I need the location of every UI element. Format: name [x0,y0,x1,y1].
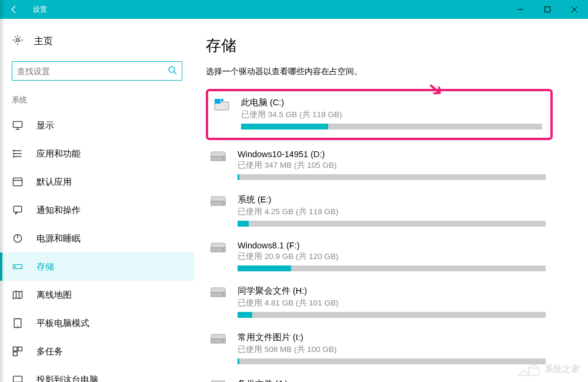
svg-line-6 [174,72,176,74]
drive-item[interactable]: Windows10-14951 (D:)已使用 347 MB (共 105 GB… [206,145,553,187]
drive-usage: 已使用 347 MB (共 105 GB) [238,160,546,171]
sidebar-item-apps[interactable]: 应用和功能 [0,139,194,168]
drive-name: 备份文件 (J:) [238,378,546,382]
multitask-icon [12,346,24,357]
sidebar-item-default-apps[interactable]: 默认应用 [0,168,194,196]
page-subtitle: 选择一个驱动器以查看哪些内容在占空间。 [206,67,553,77]
sidebar-item-notifications[interactable]: 通知和操作 [0,196,194,224]
sidebar-item-display[interactable]: 显示 [0,111,194,139]
apps-icon [12,148,24,160]
display-icon [12,119,24,131]
drive-name: 同学聚会文件 (H:) [238,285,546,297]
page-title: 存储 [206,35,553,56]
svg-rect-29 [14,352,18,356]
sidebar-item-label: 离线地图 [36,290,72,301]
svg-point-37 [223,202,224,204]
notifications-icon [12,204,24,216]
sidebar-item-label: 电源和睡眠 [36,233,81,244]
drive-info: Windows8.1 (F:)已使用 20.9 GB (共 120 GB) [238,241,546,271]
svg-point-13 [14,150,15,151]
hard-drive-icon [211,332,227,364]
drive-info: 备份文件 (J:)已使用 55.5 GB (共 99.9 GB) [238,378,546,382]
drive-item[interactable]: Windows8.1 (F:)已使用 20.9 GB (共 120 GB) [206,236,553,278]
default-apps-icon [12,176,24,188]
drive-usage-bar [238,265,546,271]
drive-name: 常用文件图片 (I:) [238,332,546,343]
hard-drive-icon [211,150,227,180]
drive-usage-bar [238,221,546,227]
drive-name: 系统 (E:) [238,194,546,205]
sidebar-item-maps[interactable]: 离线地图 [0,281,194,309]
sidebar: 主页 系统 显示应用和功能默认应用通知和操作电源和睡眠存储离线地图平板电脑模式多… [0,19,194,382]
hard-drive-icon [211,241,227,271]
sidebar-item-label: 默认应用 [36,177,72,188]
search-input[interactable] [17,67,163,76]
highlight-annotation: 此电脑 (C:)已使用 34.5 GB (共 119 GB) [206,89,553,140]
tablet-icon [12,317,24,329]
svg-rect-16 [14,178,22,185]
svg-point-43 [223,340,224,341]
sidebar-item-label: 存储 [36,261,54,273]
drive-item[interactable]: 此电脑 (C:)已使用 34.5 GB (共 119 GB) [209,92,549,137]
svg-rect-1 [545,7,550,12]
close-button[interactable] [561,0,588,19]
minimize-button[interactable] [507,0,534,19]
svg-point-4 [16,39,19,42]
window-title: 设置 [33,5,47,15]
svg-rect-7 [14,121,22,127]
svg-point-35 [223,158,224,159]
sidebar-item-storage[interactable]: 存储 [0,253,194,281]
svg-point-39 [223,249,224,250]
drive-usage: 已使用 4.81 GB (共 101 GB) [238,298,546,308]
drive-item[interactable]: 备份文件 (J:)已使用 55.5 GB (共 99.9 GB) [206,374,553,382]
drive-usage-bar [241,124,542,129]
sidebar-item-projecting[interactable]: 投影到这台电脑 [0,366,194,382]
drive-name: Windows8.1 (F:) [238,241,546,250]
gear-icon [12,34,24,48]
sidebar-item-multitask[interactable]: 多任务 [0,337,194,366]
drive-usage: 已使用 4.25 GB (共 119 GB) [238,207,546,217]
main-panel: 存储 选择一个驱动器以查看哪些内容在占空间。 ➔ 此电脑 (C:)已使用 34.… [194,19,588,382]
drive-usage-bar [238,312,546,318]
sidebar-item-label: 通知和操作 [36,205,81,216]
sidebar-item-tablet[interactable]: 平板电脑模式 [0,309,194,337]
search-icon [168,65,177,77]
home-button[interactable]: 主页 [0,29,194,57]
drive-info: Windows10-14951 (D:)已使用 347 MB (共 105 GB… [238,150,546,180]
maximize-button[interactable] [534,0,561,19]
drive-item[interactable]: 同学聚会文件 (H:)已使用 4.81 GB (共 101 GB) [206,281,553,325]
titlebar: 设置 [0,0,588,19]
drive-info: 同学聚会文件 (H:)已使用 4.81 GB (共 101 GB) [238,285,546,318]
hard-drive-icon [211,285,227,318]
drive-info: 系统 (E:)已使用 4.25 GB (共 119 GB) [238,194,546,227]
section-label: 系统 [0,95,194,111]
drive-name: Windows10-14951 (D:) [238,150,546,159]
drive-item[interactable]: 常用文件图片 (I:)已使用 508 MB (共 100 GB) [206,327,553,371]
storage-icon [12,261,24,273]
system-drive-icon [214,97,230,129]
svg-point-5 [169,67,175,72]
search-input-container[interactable] [12,61,182,81]
sidebar-item-label: 应用和功能 [36,148,81,160]
sidebar-item-label: 显示 [36,120,54,131]
svg-rect-30 [14,376,22,382]
sidebar-item-power[interactable]: 电源和睡眠 [0,224,194,253]
drive-usage-bar [238,174,546,180]
window-controls [507,0,588,19]
svg-point-15 [14,156,15,157]
svg-rect-32 [215,99,220,104]
drive-info: 此电脑 (C:)已使用 34.5 GB (共 119 GB) [241,97,542,129]
drive-item[interactable]: 系统 (E:)已使用 4.25 GB (共 119 GB) [206,190,553,234]
svg-rect-28 [18,347,22,351]
power-icon [12,232,24,244]
svg-rect-18 [14,206,21,212]
sidebar-item-label: 平板电脑模式 [36,318,89,329]
svg-point-14 [14,153,15,154]
drive-name: 此电脑 (C:) [241,97,542,108]
drive-usage: 已使用 20.9 GB (共 120 GB) [238,251,546,262]
home-label: 主页 [34,35,53,48]
svg-rect-33 [221,99,223,101]
drive-usage: 已使用 508 MB (共 100 GB) [238,344,546,355]
drive-info: 常用文件图片 (I:)已使用 508 MB (共 100 GB) [238,332,546,364]
svg-rect-27 [14,347,18,351]
